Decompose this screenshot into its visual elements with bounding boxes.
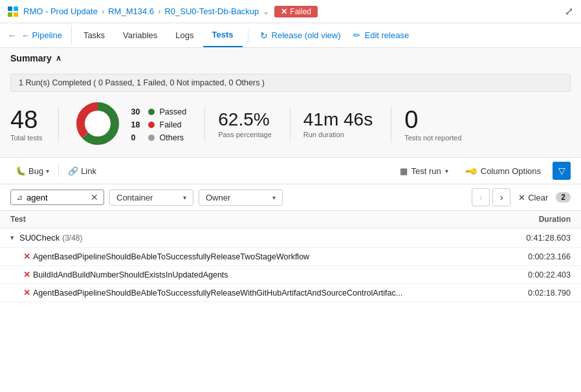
group-duration: 0:41:28.603 (506, 233, 571, 243)
filter-active-button[interactable]: ▽ (553, 162, 571, 180)
group-row-test: ▾ SU0Check (3/48) (10, 233, 506, 243)
release-old-view-btn[interactable]: ↻ Release (old view) (254, 25, 347, 46)
stat-divider-4 (391, 107, 391, 142)
row-duration-3: 0:02:18.790 (506, 289, 571, 298)
failed-dot (148, 122, 155, 128)
edit-release-label: Edit release (364, 30, 409, 40)
tab-tests[interactable]: Tests (203, 23, 243, 47)
not-reported-block: 0 Tests not reported (404, 107, 461, 142)
table-icon: ▦ (400, 166, 408, 176)
toolbar: 🐛 Bug ▾ 🔗 Link ▦ Test run ▾ 🔑 Column Opt… (0, 158, 581, 184)
row-test-2: ✕ BuildIdAndBuildNumberShouldExistsInUpd… (23, 270, 506, 279)
table-header-row: Test Duration (0, 211, 581, 228)
owner-dropdown-icon: ▾ (272, 194, 276, 201)
search-input[interactable] (27, 193, 87, 202)
table-row[interactable]: ✕ BuildIdAndBuildNumberShouldExistsInUpd… (0, 266, 581, 284)
svg-point-2 (85, 111, 111, 136)
legend-passed-label: Passed (160, 107, 187, 116)
pass-pct-number: 62.5% (218, 111, 272, 129)
fail-icon-2: ✕ (23, 270, 30, 279)
test-name-2: BuildIdAndBuildNumberShouldExistsInUpdat… (33, 270, 228, 279)
test-name-3: AgentBasedPipelineShouldBeAbleToSuccessf… (33, 289, 402, 298)
stat-divider-3 (290, 107, 290, 142)
edit-release-btn[interactable]: ✏ Edit release (347, 25, 415, 45)
breadcrumb-project[interactable]: RMO - Prod Update (23, 6, 98, 16)
table-area: Test Duration ▾ SU0Check (3/48) 0:41:28.… (0, 211, 581, 302)
table-header-test: Test (10, 215, 506, 224)
link-button[interactable]: 🔗 Link (63, 164, 102, 179)
run-duration-number: 41m 46s (303, 111, 373, 129)
passed-dot (148, 109, 155, 115)
refresh-icon: ↻ (260, 30, 268, 41)
toolbar-divider-1 (58, 164, 59, 177)
table-row[interactable]: ✕ AgentBasedPipelineShouldBeAbleToSucces… (0, 248, 581, 266)
summary-title: Summary (10, 53, 52, 63)
stats-row: 48 Total tests 30 Passed (10, 101, 571, 148)
tab-variables[interactable]: Variables (114, 24, 166, 47)
summary-header[interactable]: Summary ∧ (0, 48, 581, 69)
legend-passed-count: 30 (131, 107, 143, 116)
test-run-button[interactable]: ▦ Test run ▾ (393, 164, 455, 179)
filter-nav: ‹ › ✕ Clear 2 (472, 188, 571, 206)
row-test-1: ✕ AgentBasedPipelineShouldBeAbleToSucces… (23, 252, 506, 261)
search-clear-icon[interactable]: ✕ (91, 192, 98, 202)
column-options-button[interactable]: 🔑 Column Options (460, 164, 547, 179)
clear-label: Clear (528, 193, 548, 202)
summary-section: Summary ∧ 1 Run(s) Completed ( 0 Passed,… (0, 48, 581, 158)
breadcrumb-dropdown-icon[interactable]: ⌄ (263, 7, 269, 16)
fail-icon-3: ✕ (23, 288, 30, 298)
tab-logs[interactable]: Logs (166, 24, 203, 47)
status-label: Failed (290, 7, 311, 16)
run-duration-block: 41m 46s Run duration (303, 111, 391, 138)
status-x-icon: ✕ (281, 7, 287, 16)
clear-filter-btn[interactable]: ✕ Clear (513, 190, 553, 205)
tab-tasks[interactable]: Tasks (74, 24, 114, 47)
pipeline-back-btn[interactable]: ← ← Pipeline (8, 25, 72, 45)
row-test-3: ✕ AgentBasedPipelineShouldBeAbleToSucces… (23, 288, 506, 298)
chart-legend: 30 Passed 18 Failed 0 Others (131, 107, 187, 142)
pass-pct-label: Pass percentage (218, 131, 272, 138)
table-group-row[interactable]: ▾ SU0Check (3/48) 0:41:28.603 (0, 228, 581, 248)
bug-icon: 🐛 (16, 166, 26, 176)
fail-icon-1: ✕ (23, 252, 30, 261)
breadcrumb-release[interactable]: RM_M134.6 (108, 6, 154, 16)
clear-x-icon: ✕ (518, 193, 525, 202)
donut-chart (72, 101, 124, 148)
stat-divider-1 (58, 107, 59, 142)
others-dot (148, 135, 155, 141)
breadcrumb-sep-1: › (102, 6, 104, 16)
total-tests-block: 48 Total tests (10, 107, 58, 142)
bug-button[interactable]: 🐛 Bug ▾ (10, 164, 54, 179)
legend-failed-label: Failed (160, 120, 182, 129)
expand-icon[interactable]: ⤢ (565, 5, 573, 17)
owner-label: Owner (206, 193, 230, 202)
breadcrumb-sep-2: › (158, 6, 160, 16)
legend-others-label: Others (160, 133, 184, 142)
column-options-label: Column Options (481, 166, 541, 176)
group-name: SU0Check (19, 233, 60, 243)
total-tests-number: 48 (10, 107, 43, 132)
breadcrumb-stage[interactable]: R0_SU0-Test-Db-Backup (164, 6, 259, 16)
filter-prev-btn[interactable]: ‹ (472, 188, 490, 206)
filter-next-btn[interactable]: › (492, 188, 510, 206)
link-icon: 🔗 (68, 166, 78, 176)
release-old-view-label: Release (old view) (272, 30, 341, 40)
container-dropdown[interactable]: Container ▾ (109, 190, 193, 206)
not-reported-number: 0 (404, 107, 461, 132)
legend-others: 0 Others (131, 133, 187, 142)
pipeline-label: ← Pipeline (10, 30, 62, 40)
group-toggle-icon[interactable]: ▾ (10, 234, 14, 242)
filter-count-badge: 2 (556, 192, 571, 202)
owner-dropdown[interactable]: Owner ▾ (199, 190, 283, 206)
total-tests-label: Total tests (10, 134, 43, 142)
group-count: (3/48) (62, 234, 82, 243)
row-duration-1: 0:00:23.166 (506, 252, 571, 261)
run-duration-label: Run duration (303, 131, 373, 138)
test-run-label: Test run (411, 166, 441, 176)
test-name-1: AgentBasedPipelineShouldBeAbleToSuccessf… (33, 252, 309, 261)
legend-failed: 18 Failed (131, 120, 187, 129)
container-dropdown-icon: ▾ (183, 194, 186, 201)
container-label: Container (116, 193, 153, 202)
table-row[interactable]: ✕ AgentBasedPipelineShouldBeAbleToSucces… (0, 284, 581, 302)
bug-label: Bug (28, 166, 43, 176)
